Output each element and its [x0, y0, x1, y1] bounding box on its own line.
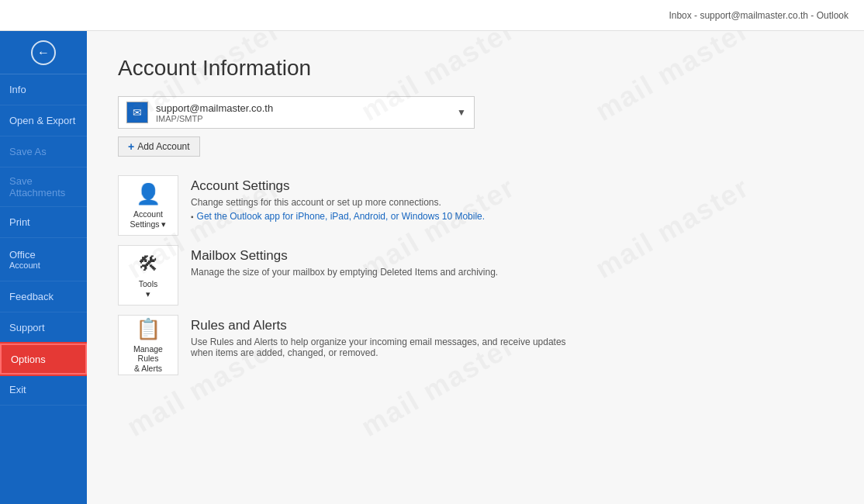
account-email: support@mailmaster.co.th — [156, 102, 457, 114]
rules-alerts-title: Rules and Alerts — [191, 318, 579, 333]
rules-alerts-content: Rules and Alerts Use Rules and Alerts to… — [191, 315, 579, 361]
sidebar-item-save-attachments: Save Attachments — [0, 167, 87, 207]
account-type: IMAP/SMTP — [156, 114, 457, 123]
mailbox-settings-desc: Manage the size of your mailbox by empty… — [191, 267, 498, 278]
account-settings-icon: 👤 — [136, 182, 161, 206]
sidebar-item-office-account[interactable]: Office Account — [0, 238, 87, 281]
account-icon-symbol: ✉ — [133, 106, 142, 119]
account-settings-section: 👤 AccountSettings ▾ Account Settings Cha… — [118, 175, 833, 236]
sidebar: ← Info Open & Export Save As Save Attach… — [0, 31, 87, 504]
account-settings-button[interactable]: 👤 AccountSettings ▾ — [118, 175, 178, 236]
tools-icon-label: Tools▾ — [139, 279, 158, 299]
account-settings-content: Account Settings Change settings for thi… — [191, 175, 485, 222]
sidebar-item-support[interactable]: Support — [0, 312, 87, 343]
rules-alerts-desc: Use Rules and Alerts to help organize yo… — [191, 337, 579, 358]
account-settings-link[interactable]: Get the Outlook app for iPhone, iPad, An… — [191, 211, 485, 222]
top-bar-title: Inbox - support@mailmaster.co.th - Outlo… — [669, 10, 848, 21]
mailbox-settings-button[interactable]: 🛠 Tools▾ — [118, 245, 178, 306]
mailbox-settings-section: 🛠 Tools▾ Mailbox Settings Manage the siz… — [118, 245, 833, 306]
rules-alerts-section: 📋 Manage Rules& Alerts Rules and Alerts … — [118, 315, 833, 375]
back-button[interactable]: ← — [0, 31, 87, 74]
account-icon: ✉ — [126, 102, 148, 123]
rules-alerts-icon-label: Manage Rules& Alerts — [123, 344, 173, 374]
add-account-button[interactable]: + Add Account — [118, 136, 200, 157]
page-title: Account Information — [118, 56, 833, 81]
mailbox-settings-content: Mailbox Settings Manage the size of your… — [191, 245, 498, 281]
account-settings-icon-label: AccountSettings ▾ — [130, 209, 167, 229]
sidebar-item-info[interactable]: Info — [0, 74, 87, 105]
account-settings-desc: Change settings for this account or set … — [191, 197, 485, 208]
mailbox-settings-title: Mailbox Settings — [191, 248, 498, 264]
add-account-label: Add Account — [137, 141, 189, 152]
content-area: mail master mail master mail master mail… — [87, 31, 864, 504]
sidebar-item-save-as: Save As — [0, 136, 87, 167]
sidebar-item-print[interactable]: Print — [0, 207, 87, 238]
dropdown-arrow-icon: ▼ — [457, 107, 466, 118]
rules-alerts-icon: 📋 — [136, 317, 161, 341]
main-layout: ← Info Open & Export Save As Save Attach… — [0, 31, 864, 504]
rules-alerts-button[interactable]: 📋 Manage Rules& Alerts — [118, 315, 178, 375]
add-icon: + — [128, 140, 134, 153]
account-details: support@mailmaster.co.th IMAP/SMTP — [156, 102, 457, 123]
sidebar-item-options[interactable]: Options — [0, 343, 87, 375]
sidebar-item-exit[interactable]: Exit — [0, 375, 87, 406]
sidebar-item-feedback[interactable]: Feedback — [0, 281, 87, 312]
sidebar-item-open-export[interactable]: Open & Export — [0, 105, 87, 136]
account-selector[interactable]: ✉ support@mailmaster.co.th IMAP/SMTP ▼ — [118, 96, 475, 129]
top-bar: Inbox - support@mailmaster.co.th - Outlo… — [0, 0, 864, 31]
back-circle-icon: ← — [31, 40, 56, 65]
account-settings-title: Account Settings — [191, 178, 485, 194]
tools-icon: 🛠 — [138, 252, 158, 276]
